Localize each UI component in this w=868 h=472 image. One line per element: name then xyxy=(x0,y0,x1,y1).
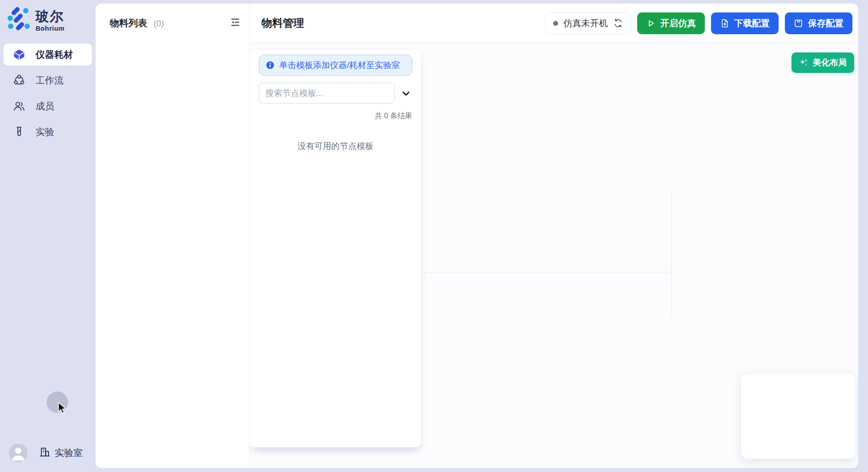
template-search-row xyxy=(259,83,412,104)
material-list-panel: 物料列表 (0) xyxy=(96,4,250,468)
results-count: 共 0 条结果 xyxy=(259,111,412,121)
workflow-icon xyxy=(13,75,25,86)
sidebar-item-label: 工作流 xyxy=(36,74,64,87)
header-actions: 仿真未开机 xyxy=(545,12,852,34)
sparkles-icon xyxy=(799,58,808,68)
chevron-down-icon xyxy=(401,88,411,98)
sidebar-item-workflow[interactable]: 工作流 xyxy=(4,69,92,92)
sidebar-item-label: 实验 xyxy=(36,126,54,138)
brand-logo: 玻尔 Bohrium xyxy=(0,0,96,32)
sidebar-item-label: 成员 xyxy=(36,100,54,112)
members-icon xyxy=(13,100,25,112)
bohrium-logo-icon xyxy=(6,6,31,31)
download-config-label: 下载配置 xyxy=(734,17,770,29)
brand-name: 玻尔 xyxy=(36,9,64,24)
sidebar-item-label: 仪器耗材 xyxy=(36,48,73,61)
search-input[interactable] xyxy=(259,83,395,104)
main-card: 物料列表 (0) 物料管理 仿真 xyxy=(96,4,858,468)
main-area: 物料管理 仿真未开机 xyxy=(250,4,858,468)
sidebar-footer: 实验室 xyxy=(0,444,96,472)
cube-icon xyxy=(13,49,25,60)
sidebar-nav: 仪器耗材 工作流 成员 xyxy=(4,44,92,143)
avatar[interactable] xyxy=(9,444,28,462)
template-hint-text: 单击模板添加仪器/耗材至实验室 xyxy=(279,60,400,71)
brand-subtitle: Bohrium xyxy=(36,24,64,32)
simulation-status-pill[interactable]: 仿真未开机 xyxy=(545,12,631,34)
node-template-panel: 单击模板添加仪器/耗材至实验室 共 0 条结果 没有可用的节点模板 xyxy=(250,49,422,448)
expand-categories-button[interactable] xyxy=(400,87,412,100)
play-icon xyxy=(646,19,655,28)
canvas-guide-horizontal xyxy=(422,272,673,272)
refresh-icon[interactable] xyxy=(613,18,623,28)
beautify-layout-button[interactable]: 美化布局 xyxy=(792,52,854,73)
status-dot-icon xyxy=(553,21,558,26)
building-icon xyxy=(39,446,51,460)
beautify-layout-label: 美化布局 xyxy=(813,57,847,68)
mouse-cursor xyxy=(57,402,68,416)
empty-state-message: 没有可用的节点模板 xyxy=(259,140,412,152)
minimap[interactable] xyxy=(740,373,856,459)
start-simulation-button[interactable]: 开启仿真 xyxy=(637,12,705,34)
laboratory-label: 实验室 xyxy=(55,447,83,459)
material-list-header: 物料列表 (0) xyxy=(110,16,241,30)
save-icon xyxy=(794,19,803,28)
download-config-button[interactable]: 下载配置 xyxy=(711,12,779,34)
sidebar-item-experiment[interactable]: 实验 xyxy=(4,121,92,143)
material-list-title: 物料列表 xyxy=(110,18,147,28)
experiment-icon xyxy=(13,126,25,138)
sidebar-item-members[interactable]: 成员 xyxy=(4,95,92,117)
material-list-count: (0) xyxy=(153,19,164,28)
status-label: 仿真未开机 xyxy=(563,17,608,29)
save-config-label: 保存配置 xyxy=(808,17,844,29)
canvas-guide-vertical xyxy=(671,190,672,318)
info-icon xyxy=(266,61,274,69)
file-download-icon xyxy=(720,19,729,28)
page-header: 物料管理 仿真未开机 xyxy=(250,4,858,43)
menu-fold-icon xyxy=(230,17,241,29)
sidebar-item-instruments[interactable]: 仪器耗材 xyxy=(4,44,92,66)
sidebar-item-laboratory[interactable]: 实验室 xyxy=(39,446,83,460)
save-config-button[interactable]: 保存配置 xyxy=(785,12,852,34)
flow-canvas[interactable]: 单击模板添加仪器/耗材至实验室 共 0 条结果 没有可用的节点模板 xyxy=(250,43,858,468)
collapse-panel-button[interactable] xyxy=(229,16,241,30)
page-title: 物料管理 xyxy=(261,16,304,30)
template-hint-banner: 单击模板添加仪器/耗材至实验室 xyxy=(259,55,412,76)
start-simulation-label: 开启仿真 xyxy=(660,17,696,29)
